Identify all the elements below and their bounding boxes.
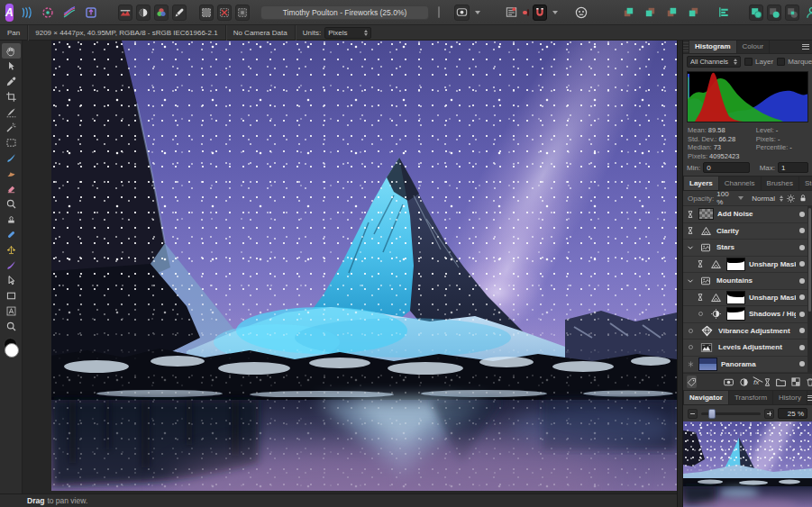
dodge-tool[interactable]: [2, 196, 21, 212]
layer-row-stars[interactable]: Stars: [683, 240, 812, 257]
auto-levels-button[interactable]: [118, 5, 132, 21]
account-button[interactable]: [803, 4, 812, 22]
layer-visibility-toggle[interactable]: [799, 278, 805, 284]
chevron-expanded-icon[interactable]: [686, 243, 695, 252]
develop-persona-button[interactable]: [39, 4, 57, 22]
layer-row-mountains[interactable]: Mountains: [683, 273, 812, 290]
mask-thumbnail[interactable]: [726, 258, 745, 271]
zoom-value-input[interactable]: 25 %: [778, 408, 807, 419]
rectangle-tool[interactable]: [2, 288, 21, 303]
pixel-brush-tool[interactable]: [2, 166, 21, 181]
navigator-thumbnail[interactable]: [683, 421, 812, 507]
zoom-slider-handle[interactable]: [708, 409, 716, 419]
zoom-out-button[interactable]: [688, 409, 698, 419]
geometry-subtract-button[interactable]: [767, 5, 781, 21]
quick-mask-options-chevron-icon[interactable]: [475, 11, 480, 14]
auto-contrast-button[interactable]: [136, 5, 151, 21]
geometry-intersect-button[interactable]: [785, 5, 799, 21]
layer-row-panorama[interactable]: Panorama: [683, 357, 812, 374]
auto-white-balance-button[interactable]: [172, 5, 187, 21]
toggle-dot-icon[interactable]: [686, 329, 695, 333]
tab-transform[interactable]: Transform: [729, 391, 773, 404]
tag-layer-button[interactable]: [687, 376, 697, 388]
select-all-button[interactable]: [199, 5, 214, 21]
layer-row-unsharp-mask-1[interactable]: Unsharp Mask: [683, 257, 812, 274]
new-layer-button[interactable]: [790, 376, 801, 387]
layer-row-add-noise[interactable]: Add Noise: [683, 206, 812, 223]
snapping-toggle[interactable]: [527, 9, 529, 16]
opacity-value[interactable]: 100 %: [716, 190, 734, 206]
node-tool[interactable]: [2, 273, 21, 288]
max-input[interactable]: 1: [778, 162, 808, 173]
mask-thumbnail[interactable]: [726, 307, 745, 321]
layer-settings-gear-icon[interactable]: [786, 194, 796, 204]
pan-tool[interactable]: [2, 43, 21, 59]
deselect-button[interactable]: [217, 5, 232, 21]
layer-effects-button[interactable]: fx: [753, 378, 759, 386]
snapping-options-chevron-icon[interactable]: [552, 11, 558, 14]
chevron-expanded-icon[interactable]: [686, 276, 695, 285]
eraser-tool[interactable]: [2, 181, 21, 196]
blend-mode-stepper[interactable]: [780, 195, 783, 202]
delete-layer-button[interactable]: [805, 376, 812, 388]
layer-visibility-toggle[interactable]: [799, 294, 805, 300]
toggle-dot-icon[interactable]: [686, 345, 695, 349]
flood-select-tool[interactable]: [2, 120, 21, 135]
layers-scrollbar[interactable]: [807, 206, 812, 373]
layer-thumbnail[interactable]: [698, 358, 717, 371]
snapping-presets-button[interactable]: [502, 4, 520, 22]
geometry-add-button[interactable]: [749, 5, 763, 21]
lock-icon[interactable]: [798, 194, 807, 203]
liquify-persona-button[interactable]: [17, 4, 35, 22]
zoom-in-button[interactable]: [764, 409, 774, 419]
colour-chip[interactable]: [438, 6, 440, 18]
blend-mode-dropdown[interactable]: Normal: [752, 195, 775, 203]
units-stepper[interactable]: [364, 30, 368, 36]
canvas-viewport[interactable]: [23, 41, 677, 493]
foreground-colour-swatch[interactable]: [5, 343, 19, 358]
colour-picker-tool[interactable]: [2, 74, 21, 89]
paint-brush-tool[interactable]: [2, 150, 21, 166]
live-filter-button[interactable]: [762, 376, 772, 388]
healing-brush-tool[interactable]: [2, 227, 21, 242]
channel-selector-dropdown[interactable]: All Channels: [687, 56, 741, 68]
tab-layers[interactable]: Layers: [684, 177, 719, 190]
clone-stamp-tool[interactable]: [2, 212, 21, 227]
move-to-back-button[interactable]: [684, 4, 702, 22]
tab-colour[interactable]: Colour: [737, 41, 771, 53]
foreground-background-swatch[interactable]: [2, 338, 21, 361]
tab-brushes[interactable]: Brushes: [762, 177, 799, 190]
assistant-button[interactable]: [572, 4, 590, 22]
layer-visibility-toggle[interactable]: [799, 245, 805, 250]
zoom-tool[interactable]: [2, 319, 21, 334]
marquee-tool[interactable]: [2, 135, 21, 150]
mask-thumbnail[interactable]: [726, 291, 745, 304]
panel-drag-handle[interactable]: [683, 41, 689, 53]
group-layers-button[interactable]: [775, 376, 787, 388]
white-balance-tool[interactable]: [2, 242, 21, 258]
invert-selection-button[interactable]: [235, 5, 250, 21]
panel-menu-icon[interactable]: [807, 391, 812, 404]
auto-colours-button[interactable]: [154, 5, 169, 21]
tab-history[interactable]: History: [773, 391, 807, 404]
layer-row-vibrance[interactable]: Vibrance Adjustment: [683, 323, 812, 340]
crop-tool[interactable]: [2, 89, 21, 104]
layer-visibility-toggle[interactable]: [799, 328, 805, 333]
blur-tool[interactable]: [2, 258, 21, 273]
move-to-front-button[interactable]: [619, 4, 637, 22]
layer-row-clarity[interactable]: Clarity: [683, 223, 812, 240]
layer-visibility-toggle[interactable]: [799, 212, 805, 217]
layer-row-unsharp-mask-2[interactable]: Unsharp Mask: [683, 290, 812, 307]
tab-channels[interactable]: Channels: [719, 177, 762, 190]
marquee-checkbox[interactable]: Marquee: [777, 58, 812, 66]
layer-row-shadows-highlight[interactable]: Shadows / Highlight: [683, 306, 812, 323]
layer-visibility-toggle[interactable]: [799, 361, 805, 367]
layer-row-levels[interactable]: Levels Adjustment: [683, 340, 812, 357]
move-forward-button[interactable]: [641, 4, 659, 22]
alignment-button[interactable]: [715, 4, 733, 22]
panel-divider[interactable]: [677, 41, 683, 507]
layer-thumbnail[interactable]: [698, 208, 714, 220]
affinity-photo-logo-icon[interactable]: A: [5, 4, 14, 22]
export-persona-button[interactable]: [82, 4, 100, 22]
opacity-chevron-icon[interactable]: [738, 196, 744, 200]
